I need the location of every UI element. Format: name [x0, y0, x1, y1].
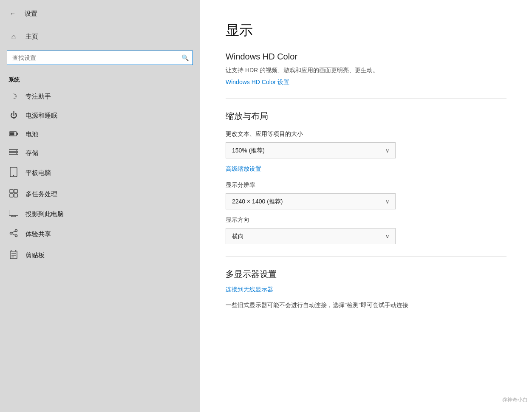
project-label: 投影到此电脑	[25, 210, 64, 218]
page-title: 显示	[226, 21, 507, 40]
sidebar-item-storage[interactable]: 存储	[0, 144, 200, 162]
hdr-settings-link[interactable]: Windows HD Color 设置	[226, 79, 289, 85]
resolution-dropdown-wrapper: 2240 × 1400 (推荐) 1920 × 1200 1680 × 1050…	[226, 193, 396, 209]
tablet-icon	[8, 167, 19, 179]
main-content: 显示 Windows HD Color 让支持 HDR 的视频、游戏和应用的画面…	[200, 0, 532, 412]
svg-rect-10	[14, 189, 17, 193]
svg-point-19	[15, 235, 17, 237]
sidebar: ← 设置 ⌂ 主页 🔍 系统 ☽ 专注助手 ⏻ 电源和睡眠 电池	[0, 0, 200, 412]
orientation-label: 显示方向	[226, 216, 507, 224]
moon-icon: ☽	[8, 92, 19, 101]
svg-point-8	[13, 175, 14, 176]
svg-rect-1	[17, 133, 18, 135]
svg-line-20	[12, 234, 15, 235]
search-input[interactable]	[7, 51, 193, 65]
search-field-wrapper: 🔍	[7, 51, 193, 65]
clipboard-label: 剪贴板	[25, 251, 45, 260]
orientation-dropdown[interactable]: 横向 纵向 横向(翻转) 纵向(翻转)	[226, 228, 396, 244]
svg-point-17	[15, 230, 17, 232]
share-label: 体验共享	[25, 230, 51, 238]
multitask-label: 多任务处理	[25, 190, 57, 198]
back-button[interactable]: ←	[7, 8, 19, 20]
settings-title: 设置	[25, 10, 37, 18]
sidebar-item-home[interactable]: ⌂ 主页	[0, 27, 200, 46]
svg-rect-11	[10, 194, 13, 197]
hdr-section: Windows HD Color 让支持 HDR 的视频、游戏和应用的画面更明亮…	[226, 52, 507, 86]
hdr-description: 让支持 HDR 的视频、游戏和应用的画面更明亮、更生动。	[226, 66, 507, 75]
sidebar-item-project[interactable]: 投影到此电脑	[0, 205, 200, 224]
share-icon	[8, 229, 19, 240]
multi-display-note: 一些旧式显示器可能不会进行自动连接，选择"检测"即可尝试手动连接	[226, 300, 507, 310]
scale-layout-section: 缩放与布局 更改文本、应用等项目的大小 100% 125% 150% (推荐) …	[226, 110, 507, 244]
search-wrapper-container: 🔍	[0, 46, 200, 69]
scale-label: 更改文本、应用等项目的大小	[226, 130, 507, 138]
sidebar-item-focus[interactable]: ☽ 专注助手	[0, 87, 200, 106]
divider-2	[226, 256, 507, 257]
multi-display-section: 多显示器设置 连接到无线显示器 一些旧式显示器可能不会进行自动连接，选择"检测"…	[226, 268, 507, 310]
sidebar-item-multitask[interactable]: 多任务处理	[0, 184, 200, 205]
sidebar-item-battery[interactable]: 电池	[0, 125, 200, 144]
sidebar-item-power[interactable]: ⏻ 电源和睡眠	[0, 106, 200, 125]
sidebar-item-tablet[interactable]: 平板电脑	[0, 162, 200, 184]
multitask-icon	[8, 189, 19, 200]
scale-dropdown-wrapper: 100% 125% 150% (推荐) 175% 200% ∨	[226, 142, 396, 158]
battery-icon	[8, 130, 19, 138]
watermark: @神奇小白	[502, 396, 528, 404]
system-section-label: 系统	[0, 69, 200, 87]
clipboard-icon	[8, 250, 19, 261]
svg-rect-2	[10, 133, 14, 135]
svg-rect-13	[9, 210, 18, 215]
wireless-display-link[interactable]: 连接到无线显示器	[226, 286, 507, 293]
power-label: 电源和睡眠	[25, 112, 57, 120]
hdr-title: Windows HD Color	[226, 52, 507, 62]
storage-label: 存储	[25, 149, 38, 157]
storage-icon	[8, 149, 19, 157]
svg-line-21	[12, 231, 15, 233]
svg-point-6	[17, 153, 17, 154]
home-icon: ⌂	[8, 32, 19, 41]
svg-rect-12	[14, 194, 17, 197]
sidebar-item-clipboard[interactable]: 剪贴板	[0, 245, 200, 266]
svg-rect-24	[12, 250, 15, 251]
advanced-scale-link[interactable]: 高级缩放设置	[226, 165, 507, 173]
svg-point-18	[10, 232, 12, 234]
orientation-dropdown-wrapper: 横向 纵向 横向(翻转) 纵向(翻转) ∨	[226, 228, 396, 244]
home-label: 主页	[25, 33, 38, 41]
focus-label: 专注助手	[25, 93, 51, 101]
scale-section-title: 缩放与布局	[226, 110, 507, 122]
project-icon	[8, 210, 19, 219]
power-icon: ⏻	[8, 111, 19, 120]
multi-display-title: 多显示器设置	[226, 268, 507, 280]
resolution-dropdown[interactable]: 2240 × 1400 (推荐) 1920 × 1200 1680 × 1050…	[226, 193, 396, 209]
resolution-label: 显示分辨率	[226, 181, 507, 189]
sidebar-header: ← 设置	[0, 0, 200, 27]
scale-dropdown[interactable]: 100% 125% 150% (推荐) 175% 200%	[226, 142, 396, 158]
tablet-label: 平板电脑	[25, 169, 51, 177]
svg-point-5	[17, 150, 17, 151]
sidebar-item-share[interactable]: 体验共享	[0, 224, 200, 245]
battery-label: 电池	[25, 130, 38, 138]
divider-1	[226, 98, 507, 99]
svg-rect-9	[10, 189, 13, 193]
